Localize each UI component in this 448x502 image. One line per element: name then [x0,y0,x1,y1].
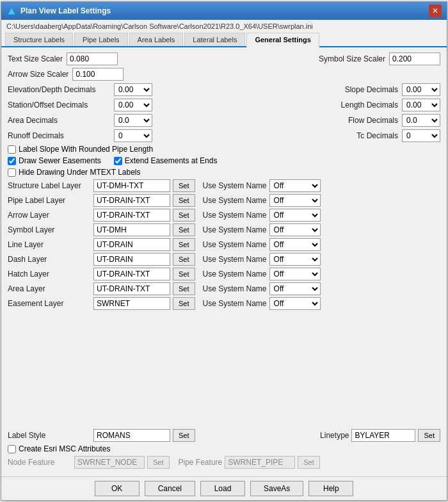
station-length-row: Station/Offset Decimals 0.000.00 Length … [8,99,440,111]
layer-row-arrow: Arrow Layer Set Use System Name OffOn [8,209,440,222]
use-system-label-dash: Use System Name [203,255,267,264]
runoff-tc-row: Runoff Decimals 00.00.00 Tc Decimals 00.… [8,129,440,142]
layer-set-btn-arrow[interactable]: Set [173,209,195,222]
layer-row-structure: Structure Label Layer Set Use System Nam… [8,179,440,192]
linetype-set-button[interactable]: Set [418,429,440,442]
tab-structure-labels[interactable]: Structure Labels [5,33,73,46]
use-system-select-hatch[interactable]: OffOn [269,268,321,280]
layer-input-dash[interactable] [93,253,170,266]
app-icon [6,6,17,16]
label-slope-checkbox[interactable] [8,145,16,154]
layer-input-arrow[interactable] [93,209,170,222]
extend-easements-label: Extend Easements at Ends [125,156,218,165]
close-button[interactable]: ✕ [429,4,442,17]
layer-row-area: Area Layer Set Use System Name OffOn [8,282,440,295]
use-system-select-arrow[interactable]: OffOn [269,209,321,222]
text-size-input[interactable] [67,53,118,65]
label-slope-label: Label Slope With Rounded Pipe Length [19,145,153,154]
tab-pipe-labels[interactable]: Pipe Labels [74,33,128,46]
runoff-decimals-select[interactable]: 00.00.00 [114,129,152,142]
elevation-depth-label: Elevation/Depth Decimals [8,85,110,94]
use-system-select-area[interactable]: OffOn [269,282,321,295]
cancel-button[interactable]: Cancel [145,481,195,496]
arrow-size-label: Arrow Size Scaler [8,70,68,79]
symbol-size-label: Symbol Size Scaler [319,54,385,63]
use-system-label-pipe: Use System Name [203,196,267,205]
station-offset-select[interactable]: 0.000.00 [114,99,152,111]
layer-row-line: Line Layer Set Use System Name OffOn [8,238,440,251]
layer-label-structure: Structure Label Layer [8,181,91,190]
use-system-select-easement[interactable]: OffOn [269,297,321,310]
use-system-label-line: Use System Name [203,240,267,249]
area-decimals-label: Area Decimals [8,116,110,125]
station-offset-label: Station/Offset Decimals [8,101,110,109]
save-as-button[interactable]: SaveAs [250,481,303,496]
area-flow-row: Area Decimals 0.00.000 Flow Decimals 0.0… [8,114,440,127]
use-system-select-structure[interactable]: OffOn [269,179,321,192]
elevation-depth-select[interactable]: 0.000.00 [114,83,152,96]
use-system-label-hatch: Use System Name [203,270,267,279]
arrow-size-row: Arrow Size Scaler [8,68,440,81]
layer-set-btn-symbol[interactable]: Set [173,223,195,236]
length-decimals-select[interactable]: 0.000.00 [402,99,440,111]
layer-input-structure[interactable] [93,179,170,192]
layer-input-area[interactable] [93,282,170,295]
layer-input-easement[interactable] [93,297,170,310]
layer-label-symbol: Symbol Layer [8,225,91,234]
use-system-label-area: Use System Name [203,284,267,293]
elevation-slope-row: Elevation/Depth Decimals 0.000.00 Slope … [8,83,440,96]
label-style-label: Label Style [8,431,91,440]
layer-set-btn-line[interactable]: Set [173,238,195,251]
layer-set-btn-hatch[interactable]: Set [173,268,195,280]
use-system-select-line[interactable]: OffOn [269,238,321,251]
use-system-label-structure: Use System Name [203,181,267,190]
draw-sewer-pair: Draw Sewer Easements [8,156,101,165]
help-button[interactable]: Help [308,481,353,496]
draw-sewer-checkbox[interactable] [8,157,16,165]
use-system-select-symbol[interactable]: OffOn [269,223,321,236]
layer-input-hatch[interactable] [93,268,170,280]
layer-rows-container: Structure Label Layer Set Use System Nam… [8,179,440,429]
tab-lateral-labels[interactable]: Lateral Labels [184,33,245,46]
layer-input-pipe[interactable] [93,194,170,207]
tc-decimals-select[interactable]: 00.00.00 [402,129,440,142]
pipe-feature-set-button: Set [298,456,320,469]
extend-easements-checkbox[interactable] [114,157,122,165]
hide-drawing-checkbox[interactable] [8,168,16,177]
esri-checkbox[interactable] [8,445,16,453]
layer-set-btn-area[interactable]: Set [173,282,195,295]
use-system-select-pipe[interactable]: OffOn [269,194,321,207]
ok-button[interactable]: OK [95,481,140,496]
tab-area-labels[interactable]: Area Labels [129,33,184,46]
layer-label-pipe: Pipe Label Layer [8,196,91,205]
slope-decimals-label: Slope Decimals [345,85,398,94]
use-system-select-dash[interactable]: OffOn [269,253,321,266]
layer-row-easement: Easement Layer Set Use System Name OffOn [8,297,440,310]
text-size-pair: Text Size Scaler [8,53,118,65]
layer-input-line[interactable] [93,238,170,251]
pipe-feature-label: Pipe Feature [179,458,223,467]
label-style-input[interactable] [93,429,170,442]
arrow-size-input[interactable] [72,68,124,81]
title-bar: Plan View Label Settings ✕ [1,2,447,20]
linetype-input[interactable] [351,429,415,442]
svg-marker-0 [8,7,15,15]
slope-decimals-select[interactable]: 0.000.00 [402,83,440,96]
label-slope-row: Label Slope With Rounded Pipe Length [8,145,440,154]
layer-label-dash: Dash Layer [8,255,91,264]
layer-set-btn-pipe[interactable]: Set [173,194,195,207]
label-style-set-button[interactable]: Set [173,429,195,442]
layer-input-symbol[interactable] [93,223,170,236]
layer-row-hatch: Hatch Layer Set Use System Name OffOn [8,268,440,280]
area-decimals-select[interactable]: 0.00.000 [114,114,152,127]
node-feature-row: Node Feature Set Pipe Feature Set [8,456,440,469]
layer-set-btn-structure[interactable]: Set [173,179,195,192]
pipe-feature-input [225,456,295,469]
flow-decimals-select[interactable]: 0.00.000 [402,114,440,127]
layer-set-btn-dash[interactable]: Set [173,253,195,266]
load-button[interactable]: Load [200,481,245,496]
layer-set-btn-easement[interactable]: Set [173,297,195,310]
label-style-row: Label Style Set Linetype Set [8,429,440,442]
tab-general-settings[interactable]: General Settings [246,33,319,47]
symbol-size-input[interactable] [389,53,440,65]
